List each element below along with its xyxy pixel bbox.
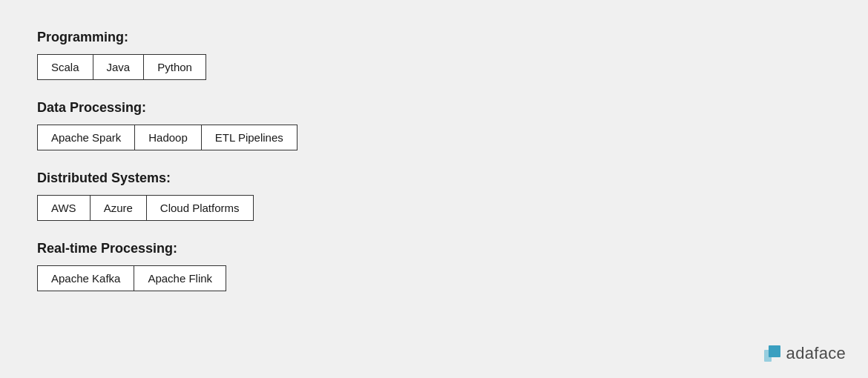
skill-label-realtime-processing: Real-time Processing: [37, 241, 831, 256]
tags-row-realtime-processing: Apache KafkaApache Flink [37, 265, 831, 291]
branding: adaface [764, 344, 846, 363]
skill-group-programming: Programming:ScalaJavaPython [37, 30, 831, 79]
skill-label-distributed-systems: Distributed Systems: [37, 170, 831, 186]
skill-group-data-processing: Data Processing:Apache SparkHadoopETL Pi… [37, 100, 831, 150]
tag-apache-kafka: Apache Kafka [37, 265, 134, 291]
tag-cloud-platforms: Cloud Platforms [146, 195, 254, 221]
skill-group-distributed-systems: Distributed Systems:AWSAzureCloud Platfo… [37, 170, 831, 220]
tag-azure: Azure [90, 195, 147, 221]
tags-row-distributed-systems: AWSAzureCloud Platforms [37, 195, 831, 220]
tag-java: Java [93, 54, 145, 80]
tag-etl-pipelines: ETL Pipelines [201, 125, 297, 150]
skill-label-data-processing: Data Processing: [37, 100, 831, 116]
tag-hadoop: Hadoop [134, 125, 202, 150]
main-content: Programming:ScalaJavaPythonData Processi… [0, 0, 868, 341]
skill-label-programming: Programming: [37, 30, 831, 45]
svg-rect-1 [769, 345, 780, 357]
tags-row-programming: ScalaJavaPython [37, 54, 831, 79]
adaface-icon [764, 345, 780, 362]
tag-aws: AWS [37, 195, 91, 221]
tag-python: Python [143, 54, 206, 80]
brand-name: adaface [786, 344, 846, 363]
tags-row-data-processing: Apache SparkHadoopETL Pipelines [37, 125, 831, 150]
skill-group-realtime-processing: Real-time Processing:Apache KafkaApache … [37, 241, 831, 291]
tag-apache-spark: Apache Spark [37, 125, 135, 150]
tag-apache-flink: Apache Flink [134, 265, 226, 291]
tag-scala: Scala [37, 54, 93, 80]
